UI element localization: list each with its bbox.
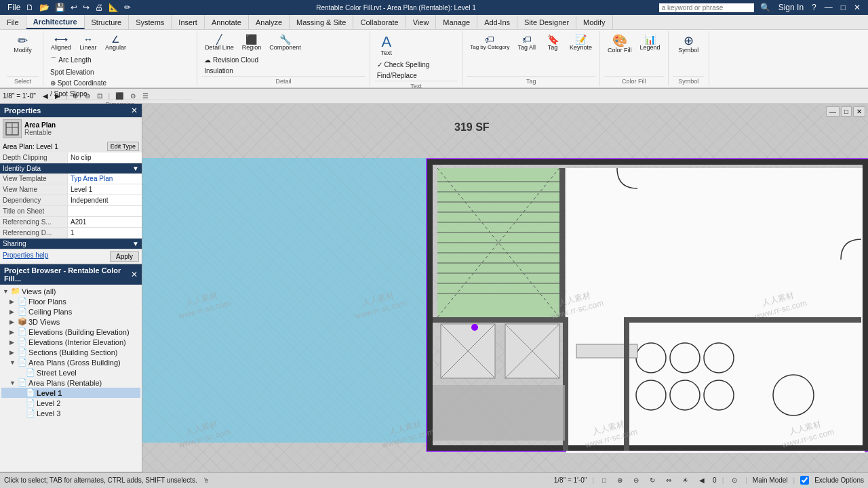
tree-item-level3[interactable]: 📄 Level 3 xyxy=(1,408,140,418)
view-options-btn[interactable]: ☰ xyxy=(140,92,151,100)
tree-item-level2[interactable]: 📄 Level 2 xyxy=(1,398,140,408)
sharing-expand-icon[interactable]: ▼ xyxy=(132,240,139,247)
3d-logo-btn[interactable]: ⊙ xyxy=(729,476,740,485)
spot-coordinate-btn[interactable]: ⊕ Spot Coordinate xyxy=(47,78,193,88)
region-btn[interactable]: ⬛ Region xyxy=(239,33,265,53)
tree-toggle-ceiling-plans[interactable]: ▶ xyxy=(9,308,18,315)
aligned-btn[interactable]: ⟷ Aligned xyxy=(47,33,75,53)
view-name-value[interactable]: Level 1 xyxy=(68,184,142,195)
arc-length-btn[interactable]: ⌒ Arc Length xyxy=(47,54,193,66)
revision-cloud-btn[interactable]: ☁ Revision Cloud xyxy=(201,55,366,65)
signin-btn[interactable]: Sign In xyxy=(776,2,806,13)
zoom-out-btn[interactable]: ⊖ xyxy=(82,92,93,100)
tab-architecture[interactable]: Architecture xyxy=(26,15,85,29)
tag-by-category-btn[interactable]: 🏷 Tag by Category xyxy=(467,33,513,52)
tab-insert[interactable]: Insert xyxy=(172,15,205,29)
minimize-btn[interactable]: — xyxy=(823,2,835,13)
tree-item-elevations-interior[interactable]: ▶ 📄 Elevations (Interior Elevation) xyxy=(1,337,140,347)
tab-collaborate[interactable]: Collaborate xyxy=(353,15,406,29)
identity-expand-icon[interactable]: ▼ xyxy=(132,165,139,172)
symbol-btn[interactable]: ⊕ Symbol xyxy=(675,33,702,56)
apply-btn[interactable]: Apply xyxy=(110,251,139,262)
tree-toggle-3d-views[interactable]: ▶ xyxy=(9,319,18,325)
undo-btn[interactable]: ↩ xyxy=(68,2,79,13)
tab-modify[interactable]: Modify xyxy=(576,15,612,29)
tree-toggle-views-all[interactable]: ▼ xyxy=(3,288,11,295)
color-fill-btn[interactable]: 🎨 Color Fill xyxy=(604,33,635,56)
canvas-area[interactable]: 319 SF 人人素材www.rr-sc.com 人人素材www.rr-sc.c… xyxy=(142,104,868,472)
tab-massing[interactable]: Massing & Site xyxy=(290,15,353,29)
tag-all-btn[interactable]: 🏷 Tag All xyxy=(515,33,540,53)
view-template-value[interactable]: Typ Area Plan xyxy=(68,174,142,184)
tab-file[interactable]: File xyxy=(0,15,26,29)
search-btn[interactable]: 🔍 xyxy=(758,2,772,13)
linear-btn[interactable]: ↔ Linear xyxy=(76,33,100,53)
save-btn[interactable]: 💾 xyxy=(53,2,67,13)
steering-wheel-btn[interactable]: ⊙ xyxy=(127,92,138,100)
detail-line-btn[interactable]: ╱ Detail Line xyxy=(201,33,237,53)
help-btn[interactable]: ? xyxy=(810,2,818,13)
tree-toggle-area-gross[interactable]: ▼ xyxy=(9,359,18,366)
modify-btn[interactable]: ✏ Modify xyxy=(10,33,35,56)
text-btn[interactable]: A Text xyxy=(374,33,399,58)
tree-item-3d-views[interactable]: ▶ 📦 3D Views xyxy=(1,317,140,327)
tab-addins[interactable]: Add-Ins xyxy=(477,15,517,29)
file-button[interactable]: File xyxy=(5,2,22,13)
canvas-min-btn[interactable]: — xyxy=(826,106,840,117)
tree-item-ceiling-plans[interactable]: ▶ 📄 Ceiling Plans xyxy=(1,306,140,317)
view-nav-btn-2[interactable]: ▶ xyxy=(52,92,63,100)
tree-toggle-floor-plans[interactable]: ▶ xyxy=(9,298,18,305)
legend-btn[interactable]: 📊 Legend xyxy=(637,33,664,53)
insulation-btn[interactable]: Insulation xyxy=(201,66,366,76)
tree-item-elevations-building[interactable]: ▶ 📄 Elevations (Building Elevation) xyxy=(1,327,140,337)
search-input[interactable] xyxy=(659,3,754,12)
new-btn[interactable]: 🗋 xyxy=(24,2,36,13)
print-btn[interactable]: 🖨 xyxy=(93,2,105,13)
annotate-btn[interactable]: ✏ xyxy=(122,2,133,13)
measure-btn[interactable]: 📐 xyxy=(106,2,121,13)
find-replace-btn[interactable]: Find/Replace xyxy=(374,70,458,81)
canvas-close-btn[interactable]: ✕ xyxy=(853,106,865,117)
tab-analyze[interactable]: Analyze xyxy=(249,15,290,29)
project-browser-close-btn[interactable]: ✕ xyxy=(131,270,138,279)
edit-type-btn[interactable]: Edit Type xyxy=(107,142,139,151)
properties-close-btn[interactable]: ✕ xyxy=(131,106,138,115)
tree-item-floor-plans[interactable]: ▶ 📄 Floor Plans xyxy=(1,296,140,306)
canvas-max-btn[interactable]: □ xyxy=(841,106,852,117)
tag-btn[interactable]: 🔖 Tag xyxy=(540,33,565,53)
tab-annotate[interactable]: Annotate xyxy=(205,15,249,29)
zoom-btn-3[interactable]: ⊖ xyxy=(631,476,642,485)
sun-path-btn[interactable]: ☀ xyxy=(679,476,691,485)
tree-item-level1[interactable]: 📄 Level 1 xyxy=(1,388,140,398)
tree-toggle-sections[interactable]: ▶ xyxy=(9,349,18,356)
zoom-btn-5[interactable]: ⇔ xyxy=(663,476,674,485)
tree-item-views-all[interactable]: ▼ 📁 Views (all) xyxy=(1,286,140,296)
tree-toggle-elev-int[interactable]: ▶ xyxy=(9,339,18,346)
zoom-btn-1[interactable]: □ xyxy=(599,476,609,485)
component-btn[interactable]: 🔧 Component xyxy=(266,33,304,53)
view-nav-btn-1[interactable]: ◀ xyxy=(40,92,51,100)
zoom-fit-btn[interactable]: ⊡ xyxy=(94,92,105,100)
tree-toggle-area-rent[interactable]: ▼ xyxy=(9,380,18,386)
exclude-options-checkbox[interactable] xyxy=(800,476,809,485)
maximize-btn[interactable]: □ xyxy=(839,2,848,13)
open-btn[interactable]: 📂 xyxy=(37,2,52,13)
check-spelling-btn[interactable]: ✓ Check Spelling xyxy=(374,60,458,70)
view-cube-btn[interactable]: ⬛ xyxy=(113,92,126,100)
spot-elevation-btn[interactable]: Spot Elevation xyxy=(47,67,193,77)
tab-site-designer[interactable]: Site Designer xyxy=(517,15,576,29)
tree-item-area-plans-rentable[interactable]: ▼ 📄 Area Plans (Rentable) xyxy=(1,378,140,388)
tab-manage[interactable]: Manage xyxy=(436,15,477,29)
zoom-btn-2[interactable]: ⊕ xyxy=(614,476,625,485)
nav-left-btn[interactable]: ◀ xyxy=(696,476,707,485)
properties-help-link[interactable]: Properties help xyxy=(3,251,107,262)
title-on-sheet-value[interactable] xyxy=(68,206,142,216)
tree-item-street-level[interactable]: 📄 Street Level xyxy=(1,367,140,378)
keynote-btn[interactable]: 📝 Keynote xyxy=(566,33,595,53)
tab-structure[interactable]: Structure xyxy=(85,15,130,29)
zoom-btn-4[interactable]: ↻ xyxy=(647,476,658,485)
zoom-in-btn[interactable]: ⊕ xyxy=(70,92,81,100)
tree-item-area-plans-gross[interactable]: ▼ 📄 Area Plans (Gross Building) xyxy=(1,357,140,367)
tab-view[interactable]: View xyxy=(406,15,437,29)
redo-btn[interactable]: ↪ xyxy=(81,2,92,13)
